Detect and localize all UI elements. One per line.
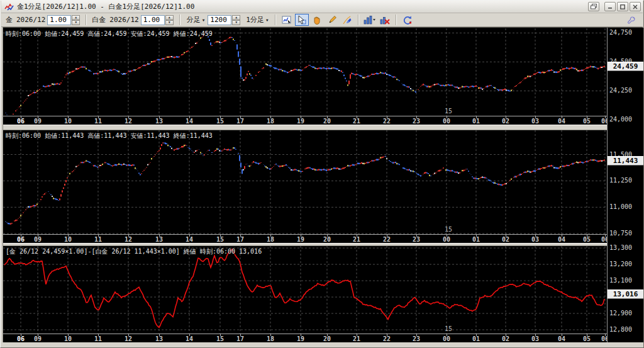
refresh-button[interactable] — [401, 14, 414, 26]
time-axis-label: 03 — [528, 236, 542, 243]
time-axis-label: 22 — [380, 335, 394, 342]
toolbar-separator — [179, 14, 180, 25]
draw-pen-button[interactable] — [340, 14, 354, 26]
spin-down-icon[interactable]: ▼ — [232, 20, 240, 25]
pencil-button[interactable] — [325, 14, 339, 26]
toolbar-separator — [358, 14, 359, 25]
current-price-box: 11,443 — [608, 156, 643, 166]
period-type-dropdown[interactable]: 分足 ▼ — [185, 14, 207, 25]
time-axis-label: 22 — [380, 118, 394, 125]
time-axis-label: 12 — [121, 236, 135, 243]
time-axis-label: 04 — [555, 335, 569, 342]
platinum-contract-value[interactable]: 2026/12 — [109, 16, 138, 24]
price-axis-label: 13,200 — [609, 261, 632, 267]
minimize-icon — [608, 4, 613, 9]
toolbar-separator — [275, 14, 276, 25]
time-axis-label: 18 — [264, 335, 277, 342]
time-axis-label: 21 — [350, 118, 364, 125]
pan-hand-button[interactable] — [310, 14, 324, 26]
maximize-button[interactable] — [617, 2, 628, 11]
close-icon — [633, 4, 638, 9]
time-axis-label: 06 — [14, 236, 28, 243]
pan-hand-icon — [312, 15, 322, 25]
panel-splitter[interactable] — [3, 243, 643, 246]
crosshair-chart-button[interactable] — [280, 14, 294, 26]
interval-dropdown[interactable]: 1分足 ▼ — [244, 14, 270, 25]
remove-chart-icon — [380, 15, 390, 25]
time-axis-label: 05 — [580, 118, 594, 125]
chart-type-dropdown-button[interactable] — [363, 14, 377, 26]
toolbar: 金 2026/12 1.00 ▲▼ 白金 2026/12 1.00 ▲▼ 分足 … — [1, 13, 643, 27]
gold-candlestick-plot[interactable] — [3, 28, 607, 116]
panel-splitter[interactable] — [3, 125, 643, 130]
bar-count-input[interactable]: 1200 — [208, 15, 231, 25]
time-axis-label: 21 — [350, 236, 364, 243]
current-price-box: 24,459 — [608, 62, 643, 71]
minimize-button[interactable] — [604, 2, 616, 11]
time-axis-label: 12 — [121, 118, 135, 125]
price-axis-label: 12,800 — [609, 326, 632, 333]
spread-line-plot[interactable] — [3, 246, 607, 334]
settings-wrench-button[interactable] — [625, 14, 638, 26]
time-axis-label: 05 — [580, 236, 594, 243]
title-bar[interactable]: 金1分足[2026/12]1.00 - 白金1分足[2026/12]1.00 — [1, 1, 643, 13]
price-axis-label: 13,300 — [609, 244, 632, 251]
time-axis-label: 18 — [264, 236, 277, 243]
bar-chart-icon — [364, 15, 376, 25]
cascade-icon — [591, 4, 597, 9]
chevron-down-icon: ▼ — [203, 18, 205, 22]
maximize-icon — [620, 4, 625, 9]
time-axis-label: 12 — [121, 335, 135, 342]
platinum-ratio-spinner[interactable]: ▲▼ — [165, 15, 174, 25]
time-axis-label: 03 — [528, 335, 542, 342]
time-axis-label: 23 — [409, 118, 423, 125]
gold-ohlc-readout: 時刻:06:00 始値:24,459 高値:24,459 安値:24,459 終… — [6, 30, 213, 38]
gold-ratio-input[interactable]: 1.00 — [47, 15, 71, 25]
time-axis-label: 05 — [580, 335, 594, 342]
chevron-down-icon: ▼ — [266, 18, 269, 22]
platinum-ratio-input[interactable]: 1.00 — [141, 15, 165, 25]
remove-chart-button[interactable] — [378, 14, 392, 26]
app-window: 金1分足[2026/12]1.00 - 白金1分足[2026/12]1.00 金… — [0, 0, 644, 348]
bar-count-spinner[interactable]: ▲▼ — [232, 15, 240, 25]
time-axis-label: 13 — [152, 118, 166, 125]
price-axis-label: 10,750 — [609, 230, 632, 237]
price-axis-gutter: 24,75024,50024,25024,00024,45911,50011,2… — [607, 28, 643, 342]
price-axis-label: 24,000 — [609, 116, 632, 123]
time-axis-label: 14 — [182, 236, 196, 243]
platinum-ohlc-readout: 時刻:06:00 始値:11,443 高値:11,443 安値:11,443 終… — [6, 132, 213, 140]
spin-up-icon[interactable]: ▲ — [165, 15, 174, 20]
close-button[interactable] — [630, 2, 641, 11]
time-axis-label: 09 — [31, 335, 45, 342]
time-axis-label: 00 — [440, 335, 453, 342]
refresh-icon — [402, 15, 413, 25]
platinum-candlestick-plot[interactable] — [3, 130, 607, 234]
chart-region: 時刻:06:00 始値:24,459 高値:24,459 安値:24,459 終… — [3, 27, 643, 342]
select-arrow-icon — [297, 15, 307, 25]
time-axis-label: 11 — [91, 335, 105, 342]
time-axis-label: 14 — [182, 118, 196, 125]
gold-time-axis: 0609101112131415171819202122230001020304… — [3, 116, 607, 125]
date-change-label: 15 — [442, 226, 455, 233]
date-change-label: 15 — [442, 325, 455, 332]
time-axis-label: 14 — [182, 335, 196, 342]
spin-up-icon[interactable]: ▲ — [72, 15, 80, 20]
time-axis-label: 09 — [31, 118, 45, 125]
time-axis-label: 04 — [555, 236, 569, 243]
spin-up-icon[interactable]: ▲ — [232, 15, 240, 20]
app-chart-icon — [4, 3, 14, 11]
time-axis-label: 00 — [440, 118, 453, 125]
interval-label: 1分足 — [246, 15, 264, 25]
spin-down-icon[interactable]: ▼ — [165, 20, 174, 25]
gold-ratio-spinner[interactable]: ▲▼ — [72, 15, 80, 25]
select-arrow-button[interactable] — [295, 14, 309, 26]
time-axis-label: 10 — [61, 335, 75, 342]
time-axis-label: 13 — [152, 236, 166, 243]
date-change-label: 15 — [442, 108, 455, 115]
spin-down-icon[interactable]: ▼ — [72, 20, 80, 25]
time-axis-label: 22 — [380, 236, 394, 243]
float-window-button[interactable] — [588, 2, 599, 11]
spread-readout: [金 26/12 24,459×1.00]-[白金 26/12 11,443×1… — [6, 247, 262, 256]
time-axis-label: 17 — [233, 236, 247, 243]
gold-contract-value[interactable]: 2026/12 — [16, 16, 45, 24]
